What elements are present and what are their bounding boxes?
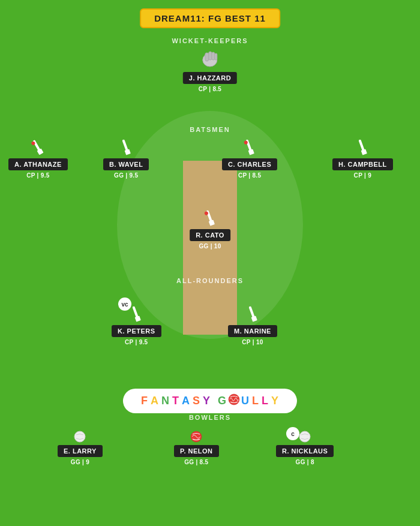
svg-rect-8 bbox=[122, 139, 129, 151]
batsman2-info: GG | 9.5 bbox=[114, 172, 138, 179]
cato-name: R. CATO bbox=[190, 229, 230, 241]
batsman4-name: H. CAMPBELL bbox=[332, 158, 393, 170]
bat-icon-charles bbox=[243, 139, 256, 156]
svg-point-25 bbox=[299, 431, 310, 442]
allrounder2-name: M. NARINE bbox=[228, 325, 277, 337]
bat-icon-cato bbox=[203, 210, 217, 227]
svg-point-22 bbox=[229, 394, 239, 405]
logo-u: U bbox=[241, 395, 250, 407]
svg-rect-3 bbox=[212, 52, 215, 60]
bat-icon-peters bbox=[130, 306, 143, 323]
logo-s: S bbox=[193, 395, 200, 407]
allrounder1-info: CP | 9.5 bbox=[125, 339, 148, 345]
player-keeper: J. HAZZARD CP | 8.5 bbox=[183, 48, 237, 92]
bat-icon-narine bbox=[246, 306, 259, 323]
keeper-name: J. HAZZARD bbox=[183, 72, 237, 84]
bowler2-info: GG | 8.5 bbox=[184, 459, 208, 465]
logo-l1: L bbox=[252, 395, 259, 407]
title-bar: DREAM11: FG BEST 11 bbox=[140, 8, 280, 28]
player-larry: E. LARRY GG | 9 bbox=[58, 431, 103, 465]
logo-a2: A bbox=[182, 395, 190, 407]
bowler3-info: GG | 8 bbox=[296, 459, 314, 465]
player-cato: R. CATO GG | 10 bbox=[190, 210, 230, 250]
player-wavel: B. WAVEL GG | 9.5 bbox=[103, 139, 149, 179]
logo-y: Y bbox=[203, 395, 211, 407]
svg-rect-16 bbox=[209, 220, 215, 226]
ball-icon-nicklaus bbox=[299, 431, 311, 443]
player-charles: C. CHARLES CP | 8.5 bbox=[222, 139, 277, 179]
title-text: DREAM11: FG BEST 11 bbox=[154, 13, 266, 23]
section-wicket-keepers: WICKET-KEEPERS bbox=[0, 37, 420, 44]
section-batsmen: BATSMEN bbox=[0, 126, 420, 133]
batsman2-name: B. WAVEL bbox=[103, 158, 149, 170]
allrounder1-name: K. PETERS bbox=[112, 325, 161, 337]
player-campbell: H. CAMPBELL CP | 9 bbox=[332, 139, 393, 179]
player-athanaze: A. ATHANAZE CP | 9.5 bbox=[8, 139, 68, 179]
svg-rect-4 bbox=[215, 53, 217, 60]
batsman4-info: CP | 9 bbox=[354, 172, 371, 179]
bowler2-name: P. NELON bbox=[174, 445, 219, 457]
logo-area: F A N T A S Y G U L L Y bbox=[123, 389, 297, 413]
bowler1-info: GG | 9 bbox=[71, 459, 89, 465]
bat-icon-athanaze bbox=[31, 139, 44, 156]
svg-rect-11 bbox=[248, 149, 254, 155]
ball-icon-larry bbox=[74, 431, 86, 443]
svg-rect-18 bbox=[133, 306, 139, 318]
batsman3-name: C. CHARLES bbox=[222, 158, 277, 170]
bowler3-name: R. NICKLAUS bbox=[276, 445, 334, 457]
player-narine: M. NARINE CP | 10 bbox=[228, 306, 277, 345]
logo-a1: A bbox=[151, 395, 159, 407]
cato-info: GG | 10 bbox=[199, 243, 221, 250]
svg-rect-1 bbox=[205, 53, 209, 61]
logo-ball-icon bbox=[228, 393, 240, 408]
bat-icon-campbell bbox=[356, 139, 369, 156]
player-peters: K. PETERS CP | 9.5 bbox=[112, 306, 161, 345]
svg-rect-20 bbox=[248, 306, 255, 318]
bowler1-name: E. LARRY bbox=[58, 445, 103, 457]
allrounder2-info: CP | 10 bbox=[242, 339, 263, 345]
svg-rect-2 bbox=[209, 52, 212, 60]
bat-icon-wavel bbox=[119, 139, 133, 156]
player-nicklaus: R. NICKLAUS GG | 8 bbox=[276, 431, 334, 465]
svg-rect-21 bbox=[251, 315, 257, 321]
logo-t: T bbox=[172, 395, 179, 407]
batsman1-info: CP | 9.5 bbox=[26, 172, 49, 179]
keeper-info: CP | 8.5 bbox=[199, 86, 221, 92]
logo-g: G bbox=[218, 395, 227, 407]
batsman1-name: A. ATHANAZE bbox=[8, 158, 68, 170]
logo-y2: Y bbox=[271, 395, 279, 407]
glove-icon bbox=[199, 48, 221, 70]
vc-badge: vc bbox=[118, 297, 131, 311]
logo-l2: L bbox=[262, 395, 269, 407]
logo-f: F bbox=[141, 395, 148, 407]
c-badge: c bbox=[286, 427, 299, 440]
player-nelon: P. NELON GG | 8.5 bbox=[174, 431, 219, 465]
svg-point-23 bbox=[74, 431, 85, 442]
ball-icon-nelon bbox=[190, 431, 202, 443]
logo-n: N bbox=[161, 395, 170, 407]
section-bowlers: BOWLERS bbox=[0, 414, 420, 421]
batsman3-info: CP | 8.5 bbox=[238, 172, 261, 179]
section-all-rounders: ALL-ROUNDERS bbox=[0, 277, 420, 284]
